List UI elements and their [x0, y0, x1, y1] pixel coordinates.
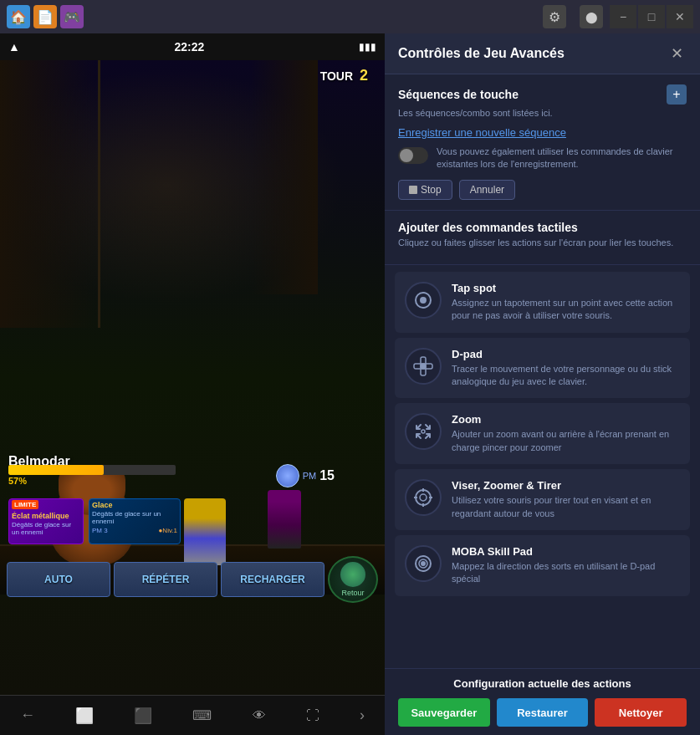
svg-point-6	[416, 490, 431, 505]
panel-close-button[interactable]: ✕	[667, 43, 687, 64]
maximize-button[interactable]: □	[638, 5, 665, 28]
zoom-item[interactable]: Zoom Ajouter un zoom avant ou arrière à …	[395, 403, 690, 464]
toggle-text: Vous pouvez également utiliser les comma…	[437, 145, 687, 171]
zoom-icon-wrap	[405, 413, 442, 450]
dpad-desc: Tracer le mouvement de votre personnage …	[452, 363, 680, 389]
restore-button[interactable]: Restaurer	[497, 698, 589, 727]
back-nav-button[interactable]: ←	[20, 707, 35, 724]
stop-cancel-row: Stop Annuler	[398, 180, 687, 200]
settings-icon[interactable]: ⚙	[543, 5, 566, 28]
panel-content: Séquences de touche + Les séquences/comb…	[385, 74, 700, 668]
dpad-icon-wrap	[405, 348, 442, 385]
skill-glace-label: Glace	[89, 499, 180, 509]
tactile-section: Ajouter des commandes tactiles Cliquez o…	[385, 211, 700, 265]
pm-value: 15	[319, 468, 335, 483]
hp-bar: 57%	[8, 465, 176, 486]
tap-spot-icon-wrap	[405, 282, 442, 319]
tap-spot-icon	[412, 289, 434, 311]
sequences-desc: Les séquences/combo sont listées ici.	[398, 108, 687, 118]
viser-name: Viser, Zoomer & Tirer	[452, 479, 680, 492]
record-icon[interactable]: ⬤	[580, 5, 603, 28]
keyboard-nav-button[interactable]: ⌨	[192, 707, 212, 723]
repeter-button[interactable]: RÉPÉTER	[114, 562, 217, 597]
game-bottom-buttons: AUTO RÉPÉTER RECHARGER Retour	[0, 556, 385, 603]
game-nav: ← ⬜ ⬛ ⌨ 👁 ⛶ ›	[0, 695, 385, 735]
title-bar: 🏠 📄 🎮 ⚙ ⬤ − □ ✕	[0, 0, 700, 33]
retour-button[interactable]: Retour	[328, 556, 378, 603]
time-display: 22:22	[27, 40, 352, 54]
zoom-text: Zoom Ajouter un zoom avant ou arrière à …	[452, 413, 680, 454]
hp-text: 57%	[8, 476, 176, 486]
toggle-row: Vous pouvez également utiliser les comma…	[398, 145, 687, 171]
tour-display: TOUR 2	[320, 67, 368, 84]
minimize-button[interactable]: −	[610, 5, 636, 28]
wifi-icon: ▲	[8, 40, 20, 54]
new-sequence-link[interactable]: Enregistrer une nouvelle séquence	[398, 126, 687, 139]
dpad-text: D-pad Tracer le mouvement de votre perso…	[452, 348, 680, 389]
skill-limite-label: Éclat métallique	[9, 510, 83, 520]
app-icons: 🏠 📄 🎮	[7, 5, 84, 28]
pm-display: PM 15	[276, 464, 335, 487]
viser-icon-wrap	[405, 479, 442, 516]
pm-label: PM	[303, 471, 317, 481]
pm-avatar	[276, 464, 299, 487]
add-sequence-button[interactable]: +	[667, 84, 687, 105]
game-panel: ▲ 22:22 ▮▮▮ TOUR 2 Belmodar	[0, 33, 385, 735]
skill-glace-desc: Dégâts de glace sur un ennemi	[89, 509, 180, 526]
next-nav-button[interactable]: ›	[360, 707, 365, 724]
hp-bar-fill	[8, 465, 104, 475]
file-app-icon[interactable]: 📄	[33, 5, 57, 28]
game-app-icon[interactable]: 🎮	[60, 5, 84, 28]
moba-icon-wrap	[405, 545, 442, 582]
svg-point-1	[421, 298, 426, 303]
recents-nav-button[interactable]: ⬛	[134, 707, 152, 725]
skill-limite-button[interactable]: LIMITE Éclat métallique Dégâts de glace …	[8, 498, 84, 544]
skill-niv: ●Niv.1	[159, 527, 177, 534]
home-app-icon[interactable]: 🏠	[7, 5, 30, 28]
viser-icon	[412, 487, 434, 508]
game-screen: TOUR 2 Belmodar 57% PM 15	[0, 60, 385, 695]
moba-desc: Mappez la direction des sorts en utilisa…	[452, 560, 680, 586]
dpad-item[interactable]: D-pad Tracer le mouvement de votre perso…	[395, 338, 690, 399]
config-title: Configuration actuelle des actions	[398, 677, 687, 690]
retour-label: Retour	[341, 589, 364, 597]
stop-icon	[409, 186, 417, 194]
fullscreen-nav-button[interactable]: ⛶	[306, 708, 319, 723]
recharger-button[interactable]: RECHARGER	[221, 562, 324, 597]
panel-title: Contrôles de Jeu Avancés	[398, 46, 565, 61]
save-button[interactable]: Sauvegarder	[398, 698, 490, 727]
tap-spot-item[interactable]: Tap spot Assignez un tapotement sur un p…	[395, 272, 690, 333]
hero-character	[184, 498, 226, 565]
footer-buttons: Sauvegarder Restaurer Nettoyer	[398, 698, 687, 727]
sequence-toggle[interactable]	[398, 147, 428, 164]
skill-glace-button[interactable]: Glace Dégâts de glace sur un ennemi PM 3…	[89, 498, 181, 544]
tactile-title: Ajouter des commandes tactiles	[398, 221, 687, 234]
home-nav-button[interactable]: ⬜	[75, 707, 94, 725]
moba-item[interactable]: MOBA Skill Pad Mappez la direction des s…	[395, 535, 690, 596]
skills-row: LIMITE Éclat métallique Dégâts de glace …	[8, 498, 181, 544]
tour-number: 2	[360, 67, 368, 84]
skill-pm: PM 3	[92, 527, 108, 534]
hp-bar-bg	[8, 465, 176, 475]
viser-text: Viser, Zoomer & Tirer Utilisez votre sou…	[452, 479, 680, 520]
close-window-button[interactable]: ✕	[667, 5, 693, 28]
stop-button[interactable]: Stop	[398, 180, 452, 200]
annuler-button[interactable]: Annuler	[459, 180, 515, 200]
tap-spot-name: Tap spot	[452, 282, 680, 294]
skill-limite-desc: Dégâts de glace sur un ennemi	[9, 520, 83, 537]
clean-button[interactable]: Nettoyer	[595, 698, 687, 727]
limite-badge: LIMITE	[12, 500, 38, 509]
eye-nav-button[interactable]: 👁	[253, 708, 266, 723]
main-area: ▲ 22:22 ▮▮▮ TOUR 2 Belmodar	[0, 33, 700, 735]
moba-name: MOBA Skill Pad	[452, 545, 680, 558]
svg-point-7	[420, 494, 427, 501]
auto-button[interactable]: AUTO	[7, 562, 110, 597]
zoom-name: Zoom	[452, 413, 680, 426]
svg-point-4	[421, 364, 426, 369]
toggle-knob	[400, 149, 413, 162]
dpad-name: D-pad	[452, 348, 680, 360]
battery-icon: ▮▮▮	[359, 41, 376, 53]
tap-spot-text: Tap spot Assignez un tapotement sur un p…	[452, 282, 680, 323]
villain-character	[268, 490, 301, 549]
viser-item[interactable]: Viser, Zoomer & Tirer Utilisez votre sou…	[395, 469, 690, 530]
